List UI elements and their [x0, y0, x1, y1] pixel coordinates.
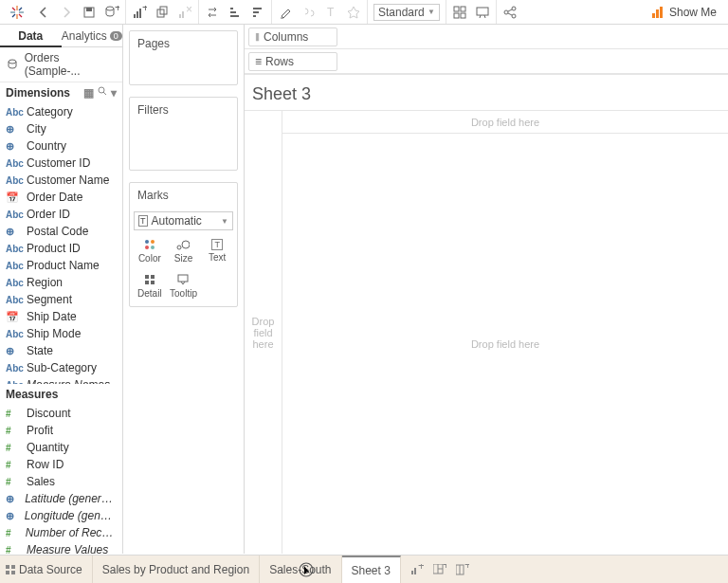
column-drop-zone[interactable]: Drop field here — [282, 111, 728, 134]
field-sales[interactable]: #Sales — [0, 473, 122, 490]
clear-sheet-icon[interactable]: × — [177, 5, 192, 20]
field-latitude-generated-[interactable]: ⊕Latitude (generated) — [0, 490, 122, 507]
field-number-of-records[interactable]: #Number of Records — [0, 524, 122, 541]
columns-icon: ⦀ — [255, 30, 260, 44]
field-ship-mode[interactable]: AbcShip Mode — [0, 325, 122, 342]
new-dashboard-icon[interactable]: + — [433, 563, 446, 576]
datasource-item[interactable]: Orders (Sample-... — [0, 47, 122, 82]
field-segment[interactable]: AbcSegment — [0, 291, 122, 308]
presentation-icon[interactable] — [475, 5, 490, 20]
fit-value: Standard — [378, 6, 425, 19]
row-drop-zone[interactable]: Drop field here — [245, 111, 282, 554]
field-sub-category[interactable]: AbcSub-Category — [0, 359, 122, 376]
swap-icon[interactable] — [205, 5, 220, 20]
svg-rect-13 — [136, 11, 138, 18]
view-list-icon[interactable]: ▦ — [83, 86, 94, 100]
view-drop-zone[interactable]: Drop field here — [282, 134, 728, 554]
marks-card: Marks TAutomatic ▼ Color Size — [129, 182, 238, 307]
save-icon[interactable] — [82, 5, 97, 20]
group-icon[interactable] — [300, 5, 316, 20]
svg-text:×: × — [186, 6, 192, 16]
tab-data[interactable]: Data — [0, 25, 62, 46]
field-quantity[interactable]: #Quantity — [0, 439, 122, 456]
field-order-id[interactable]: AbcOrder ID — [0, 206, 122, 223]
field-region[interactable]: AbcRegion — [0, 274, 122, 291]
field-product-id[interactable]: AbcProduct ID — [0, 240, 122, 257]
datasource-tab[interactable]: Data Source — [0, 556, 93, 583]
sheet-title[interactable]: Sheet 3 — [245, 75, 728, 110]
share-icon[interactable] — [502, 5, 518, 20]
field-customer-id[interactable]: AbcCustomer ID — [0, 155, 122, 172]
detail-button[interactable]: Detail — [134, 269, 166, 302]
show-me-button[interactable]: Show Me — [645, 6, 724, 19]
field-order-date[interactable]: 📅Order Date — [0, 189, 122, 206]
svg-rect-14 — [139, 9, 141, 18]
new-datasource-icon[interactable]: + — [104, 5, 119, 20]
field-ship-date[interactable]: 📅Ship Date — [0, 308, 122, 325]
field-profit[interactable]: #Profit — [0, 422, 122, 439]
search-icon[interactable] — [98, 86, 107, 100]
svg-rect-48 — [145, 281, 149, 284]
svg-rect-24 — [253, 8, 262, 9]
detail-icon — [143, 273, 156, 286]
field-longitude-generat-[interactable]: ⊕Longitude (generat... — [0, 507, 122, 524]
svg-rect-23 — [230, 15, 239, 17]
field-country[interactable]: ⊕Country — [0, 137, 122, 155]
rows-shelf[interactable]: ≡Rows — [245, 49, 728, 74]
svg-text:+: + — [142, 6, 147, 14]
field-measure-values[interactable]: #Measure Values — [0, 541, 122, 554]
svg-line-4 — [12, 8, 15, 10]
text-button[interactable]: T Text — [201, 234, 233, 267]
sort-asc-icon[interactable] — [228, 5, 243, 20]
filters-shelf[interactable]: Filters — [129, 97, 238, 171]
svg-point-37 — [512, 7, 516, 10]
svg-rect-47 — [151, 275, 155, 279]
sort-desc-icon[interactable] — [250, 5, 265, 20]
mark-type-dropdown[interactable]: TAutomatic ▼ — [134, 211, 233, 230]
pages-shelf[interactable]: Pages — [129, 30, 238, 85]
fit-dropdown[interactable]: Standard ▼ — [373, 4, 440, 21]
duplicate-icon[interactable] — [155, 5, 170, 20]
svg-rect-31 — [454, 13, 459, 18]
forward-icon[interactable] — [59, 5, 74, 20]
svg-rect-12 — [134, 14, 136, 18]
field-postal-code[interactable]: ⊕Postal Code — [0, 223, 122, 240]
svg-text:+: + — [464, 564, 469, 572]
field-discount[interactable]: #Discount — [0, 405, 122, 422]
pin-icon[interactable] — [346, 5, 361, 20]
svg-rect-26 — [253, 15, 256, 17]
back-icon[interactable] — [36, 5, 51, 20]
tableau-logo-icon — [9, 5, 25, 20]
field-customer-name[interactable]: AbcCustomer Name — [0, 172, 122, 189]
sheet-tab-1[interactable]: Sales-South — [260, 556, 341, 583]
svg-text:+: + — [418, 564, 424, 573]
new-worksheet-icon[interactable]: + — [410, 563, 424, 576]
field-product-name[interactable]: AbcProduct Name — [0, 257, 122, 274]
columns-shelf[interactable]: ⦀Columns — [245, 25, 728, 49]
label-icon[interactable]: T — [323, 5, 338, 20]
field-row-id[interactable]: #Row ID — [0, 456, 122, 473]
svg-line-6 — [19, 8, 22, 10]
tab-analytics[interactable]: Analytics0 — [62, 25, 123, 46]
show-cards-icon[interactable] — [452, 5, 467, 20]
new-story-icon[interactable]: + — [456, 563, 469, 576]
size-button[interactable]: Size — [168, 234, 200, 267]
field-category[interactable]: AbcCategory — [0, 103, 122, 120]
svg-point-45 — [182, 241, 190, 248]
field-city[interactable]: ⊕City — [0, 120, 122, 137]
color-button[interactable]: Color — [134, 234, 166, 267]
svg-text:+: + — [115, 6, 119, 14]
menu-icon[interactable]: ▾ — [111, 86, 117, 100]
svg-point-10 — [106, 7, 114, 10]
svg-rect-54 — [11, 571, 15, 574]
field-measure-names[interactable]: AbcMeasure Names — [0, 376, 122, 384]
size-icon — [176, 238, 190, 251]
svg-rect-49 — [151, 281, 155, 284]
highlight-icon[interactable] — [278, 5, 293, 20]
tooltip-button[interactable]: Tooltip — [168, 269, 200, 302]
svg-point-41 — [9, 60, 16, 64]
sheet-tab-2[interactable]: Sheet 3 — [342, 556, 401, 583]
new-sheet-icon[interactable]: + — [132, 5, 147, 20]
sheet-tab-0[interactable]: Sales by Product and Region — [93, 556, 260, 583]
field-state[interactable]: ⊕State — [0, 342, 122, 359]
